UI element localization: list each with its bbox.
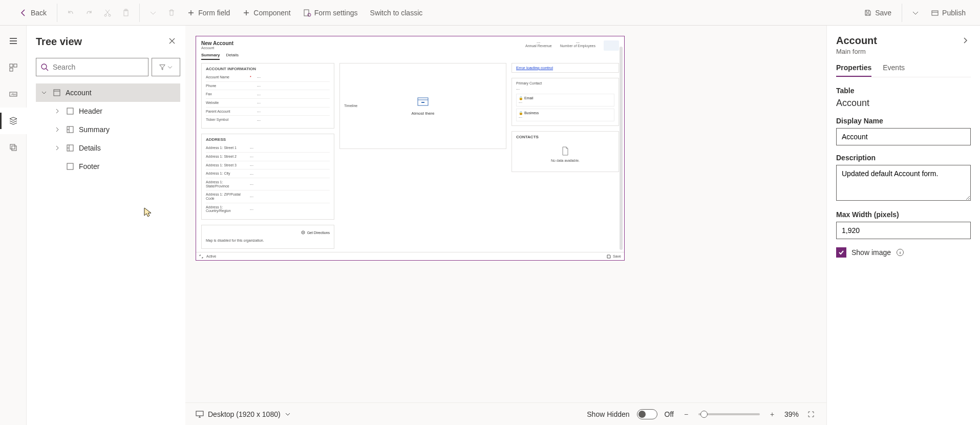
preview-section-address[interactable]: ADDRESS Address 1: Street 1---Address 1:… (201, 134, 334, 220)
prop-table-label: Table (836, 87, 971, 95)
plus-icon (242, 9, 250, 17)
tree-filter-button[interactable] (152, 58, 180, 76)
svg-rect-9 (10, 68, 13, 71)
info-icon[interactable] (896, 248, 904, 257)
preview-image-placeholder (604, 40, 619, 51)
fit-to-screen-button[interactable] (806, 409, 816, 419)
show-hidden-toggle[interactable] (637, 409, 657, 419)
device-selector[interactable]: Desktop (1920 x 1080) (196, 410, 291, 418)
back-button[interactable]: Back (15, 6, 51, 20)
cut-icon (103, 9, 112, 17)
svg-rect-7 (10, 64, 13, 67)
chevron-right-icon (54, 108, 60, 114)
left-rail: Abc (0, 26, 27, 425)
library-icon (9, 143, 18, 152)
preview-field[interactable]: Address 1: State/Province--- (206, 178, 330, 190)
save-icon (864, 9, 872, 17)
preview-field[interactable]: Phone--- (206, 82, 330, 91)
prop-show-image-checkbox[interactable] (836, 247, 846, 258)
preview-field[interactable]: Website--- (206, 99, 330, 108)
preview-field[interactable]: Fax--- (206, 90, 330, 99)
rail-fields[interactable]: Abc (0, 81, 27, 108)
prop-subtitle: Main form (836, 48, 877, 55)
preview-subtitle: Account (201, 46, 233, 50)
preview-field[interactable]: Address 1: Country/Region--- (206, 203, 330, 215)
prop-description-label: Description (836, 154, 971, 162)
toggle-off-label: Off (665, 410, 674, 418)
prop-collapse-button[interactable] (960, 35, 971, 48)
form-icon (53, 89, 60, 96)
tree-item-header[interactable]: Header (36, 102, 180, 120)
svg-rect-15 (54, 90, 60, 96)
preview-field[interactable]: Ticker Symbol--- (206, 116, 330, 124)
publish-button[interactable]: Publish (927, 6, 970, 20)
zoom-in-button[interactable]: + (767, 409, 777, 419)
preview-section-account-info[interactable]: ACCOUNT INFORMATION Account Name*---Phon… (201, 63, 334, 129)
search-icon (40, 63, 49, 71)
prop-tab-properties[interactable]: Properties (836, 63, 871, 77)
add-form-field-button[interactable]: Form field (183, 6, 234, 20)
preview-tab-summary[interactable]: Summary (201, 53, 220, 60)
canvas-area: New Account Account ---Annual Revenue --… (185, 26, 826, 425)
tree-item-details[interactable]: Details (36, 139, 180, 157)
svg-rect-8 (14, 64, 17, 67)
tree-close-button[interactable] (166, 35, 178, 49)
undo-button[interactable] (63, 6, 78, 20)
prop-display-name-input[interactable] (836, 128, 971, 145)
hamburger-icon (9, 36, 18, 46)
tree-item-summary[interactable]: Summary (36, 120, 180, 139)
canvas-status-bar: Desktop (1920 x 1080) Show Hidden Off − … (185, 402, 826, 425)
form-settings-button[interactable]: Form settings (299, 6, 362, 20)
svg-rect-23 (421, 102, 424, 103)
chevron-down-icon (41, 90, 47, 96)
preview-section-map[interactable]: Get Directions Map is disabled for this … (201, 225, 334, 249)
rail-components[interactable] (0, 54, 27, 81)
preview-field[interactable]: Address 1: Street 3--- (206, 161, 330, 170)
cut-button[interactable] (100, 6, 115, 20)
back-arrow-icon (19, 9, 28, 17)
save-button[interactable]: Save (860, 6, 896, 20)
document-icon (561, 146, 569, 156)
undo-icon (67, 9, 75, 17)
preview-section-timeline[interactable]: Timeline Almost there (339, 63, 506, 149)
field-icon: Abc (9, 90, 18, 99)
save-chevron[interactable] (908, 6, 923, 20)
redo-button[interactable] (82, 6, 96, 20)
rail-hamburger[interactable] (0, 28, 27, 54)
rail-library[interactable] (0, 134, 27, 161)
preview-tab-details[interactable]: Details (226, 53, 238, 60)
paste-chevron[interactable] (146, 6, 160, 20)
add-component-button[interactable]: Component (238, 6, 294, 20)
preview-field[interactable]: Account Name*--- (206, 73, 330, 82)
preview-field[interactable]: Address 1: Street 2--- (206, 153, 330, 161)
svg-text:Abc: Abc (11, 93, 16, 96)
preview-section-contacts[interactable]: CONTACTS No data available. (512, 131, 619, 172)
tab-icon (67, 144, 74, 152)
tree-search-box[interactable] (36, 58, 148, 76)
preview-field[interactable]: Address 1: City--- (206, 169, 330, 178)
delete-button[interactable] (164, 6, 179, 20)
tree-search-input[interactable] (53, 63, 144, 71)
show-hidden-label: Show Hidden (587, 410, 629, 418)
zoom-slider[interactable] (698, 413, 760, 415)
switch-to-classic-button[interactable]: Switch to classic (366, 6, 427, 20)
prop-description-input[interactable]: Updated default Account form. (836, 165, 971, 201)
preview-error-card[interactable]: Error loading control (512, 63, 619, 73)
rail-tree-view[interactable] (0, 108, 27, 134)
prop-tab-events[interactable]: Events (883, 63, 905, 77)
prop-title: Account (836, 35, 877, 47)
zoom-percent: 39% (784, 410, 799, 418)
tree-view-title: Tree view (36, 36, 82, 48)
form-settings-icon (303, 9, 311, 17)
preview-field[interactable]: Parent Account--- (206, 108, 330, 116)
preview-field[interactable]: Address 1: ZIP/Postal Code--- (206, 190, 330, 203)
prop-max-width-input[interactable] (836, 222, 971, 239)
preview-scrollbar[interactable] (620, 47, 623, 250)
preview-section-primary-contact[interactable]: Primary Contact --- 🔒 Email --- 🔒 Busine… (512, 78, 619, 126)
zoom-out-button[interactable]: − (681, 409, 691, 419)
tree-item-account[interactable]: Account (36, 83, 180, 102)
tree-item-footer[interactable]: Footer (36, 157, 180, 176)
form-preview[interactable]: New Account Account ---Annual Revenue --… (196, 36, 625, 261)
paste-button[interactable] (119, 6, 133, 20)
preview-field[interactable]: Address 1: Street 1--- (206, 144, 330, 153)
